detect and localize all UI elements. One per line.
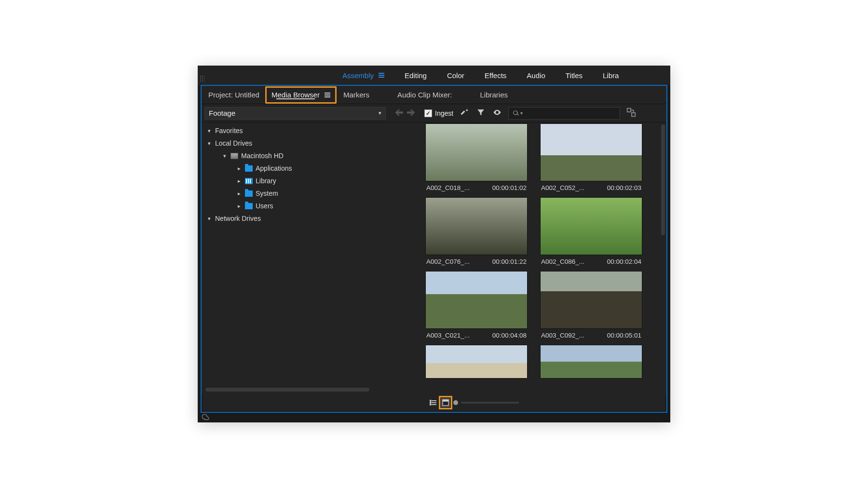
tree-applications[interactable]: ▸ Applications — [202, 162, 423, 175]
clip-item[interactable] — [540, 345, 642, 379]
path-dropdown[interactable]: Footage ▾ — [204, 107, 386, 120]
eye-icon[interactable] — [493, 108, 502, 118]
media-browser-toolbar: Footage ▾ 🡰 🡲 ✓ Ingest ▾ — [202, 104, 666, 122]
tree-library[interactable]: ▸ Library — [202, 175, 423, 187]
folder-icon — [245, 203, 253, 209]
tab-markers[interactable]: Markers — [337, 86, 376, 104]
clip-name: A002_C052_... — [541, 184, 584, 191]
highlight-thumbnail-view — [439, 396, 452, 409]
tree-network-drives[interactable]: ▾ Network Drives — [202, 212, 423, 225]
tree-macintosh-hd[interactable]: ▾ Macintosh HD — [202, 149, 423, 162]
clip-thumbnail[interactable] — [540, 197, 642, 255]
clip-item[interactable]: A002_C086_...00:00:02:04 — [540, 197, 642, 266]
search-icon — [513, 110, 519, 117]
clip-thumbnail[interactable] — [540, 123, 642, 181]
clip-name: A002_C076_... — [426, 258, 470, 265]
clip-timecode: 00:00:02:03 — [607, 184, 641, 191]
thumbnail-view-button[interactable] — [441, 398, 450, 407]
ingest-label: Ingest — [435, 109, 453, 117]
clip-thumbnail[interactable] — [540, 345, 642, 379]
zoom-slider[interactable] — [455, 400, 519, 405]
chevron-down-icon[interactable]: ▾ — [206, 128, 212, 134]
tree-local-drives[interactable]: ▾ Local Drives — [202, 137, 423, 149]
nav-back-button[interactable]: 🡰 — [394, 108, 404, 118]
chevron-down-icon[interactable]: ▾ — [222, 153, 228, 159]
highlight-media-browser: Media Browser — [265, 86, 337, 104]
vertical-scrollbar[interactable] — [661, 124, 665, 393]
clip-item[interactable]: A002_C076_...00:00:01:22 — [425, 197, 528, 266]
workspace-audio[interactable]: Audio — [527, 71, 545, 80]
tab-project[interactable]: Project: Untitled — [202, 86, 266, 104]
workspace-titles[interactable]: Titles — [566, 71, 583, 80]
clip-timecode: 00:00:05:01 — [607, 332, 641, 339]
workspace-editing[interactable]: Editing — [405, 71, 427, 80]
clip-item[interactable]: A002_C052_...00:00:02:03 — [540, 123, 642, 192]
clip-thumbnail[interactable] — [540, 271, 642, 329]
clip-item[interactable]: A003_C021_...00:00:04:08 — [425, 271, 528, 340]
ingest-toggle[interactable]: ✓ Ingest — [424, 109, 453, 117]
svg-rect-4 — [430, 404, 431, 406]
clip-name: A002_C018_... — [426, 184, 470, 191]
clip-timecode: 00:00:01:02 — [492, 184, 527, 191]
link-panel-icon[interactable] — [626, 107, 637, 119]
nav-arrows: 🡰 🡲 — [394, 108, 416, 118]
window-grip[interactable] — [200, 75, 204, 82]
zoom-knob[interactable] — [453, 400, 458, 405]
workspace-assembly[interactable]: Assembly — [342, 71, 384, 80]
folder-icon — [245, 165, 253, 172]
svg-rect-1 — [632, 113, 635, 116]
clip-thumbnail[interactable] — [425, 271, 528, 329]
tree-favorites[interactable]: ▾ Favorites — [202, 124, 423, 137]
workspace-label: Assembly — [342, 71, 374, 80]
folder-icon — [245, 190, 253, 197]
folder-tree: ▾ Favorites ▾ Local Drives ▾ Macintosh H… — [202, 122, 423, 394]
panel-outline: Project: Untitled Media Browser Markers … — [201, 85, 667, 413]
scrollbar-thumb[interactable] — [661, 124, 665, 235]
chevron-down-icon[interactable]: ▾ — [206, 140, 212, 147]
chevron-right-icon[interactable]: ▸ — [236, 190, 242, 197]
clip-item[interactable]: A002_C018_...00:00:01:02 — [425, 123, 528, 192]
ingest-checkbox[interactable]: ✓ — [424, 109, 432, 117]
tab-libraries[interactable]: Libraries — [473, 86, 515, 104]
workspace-effects[interactable]: Effects — [485, 71, 507, 80]
clip-grid: A002_C018_...00:00:01:02 A002_C052_...00… — [423, 122, 666, 380]
svg-rect-0 — [627, 108, 631, 112]
search-input[interactable]: ▾ — [508, 107, 620, 120]
wrench-icon[interactable] — [460, 108, 469, 118]
clip-name: A003_C092_... — [541, 332, 584, 339]
chevron-right-icon[interactable]: ▸ — [236, 165, 242, 172]
filter-icon[interactable] — [476, 108, 485, 118]
svg-rect-7 — [432, 404, 436, 405]
clip-timecode: 00:00:01:22 — [492, 258, 527, 265]
chevron-right-icon[interactable]: ▸ — [236, 203, 242, 209]
nav-forward-button[interactable]: 🡲 — [406, 108, 416, 118]
zoom-track[interactable] — [461, 402, 519, 404]
chevron-right-icon[interactable]: ▸ — [236, 178, 242, 184]
list-view-button[interactable] — [428, 398, 438, 407]
svg-rect-6 — [432, 402, 436, 403]
horizontal-scrollbar[interactable] — [205, 388, 369, 392]
svg-rect-2 — [430, 400, 431, 402]
svg-rect-3 — [430, 402, 431, 404]
clip-timecode: 00:00:04:08 — [492, 332, 527, 339]
tab-media-browser[interactable]: Media Browser — [271, 88, 320, 102]
workspace-color[interactable]: Color — [447, 71, 464, 80]
clip-thumbnail[interactable] — [425, 123, 528, 181]
clip-item[interactable]: A003_C092_...00:00:05:01 — [540, 271, 642, 340]
workspace-libraries[interactable]: Libra — [603, 71, 619, 80]
svg-rect-5 — [432, 400, 436, 401]
chevron-down-icon[interactable]: ▾ — [206, 216, 212, 222]
library-icon — [245, 178, 253, 184]
svg-rect-9 — [443, 400, 448, 401]
clip-thumbnail[interactable] — [425, 345, 528, 379]
tree-users[interactable]: ▸ Users — [202, 200, 423, 212]
creative-cloud-icon — [202, 413, 211, 421]
tree-system[interactable]: ▸ System — [202, 187, 423, 200]
path-label: Footage — [209, 109, 235, 117]
clip-item[interactable] — [425, 345, 528, 379]
workspace-menu-icon[interactable] — [379, 73, 384, 78]
panel-menu-icon[interactable] — [325, 93, 330, 97]
clip-thumbnail[interactable] — [425, 197, 528, 255]
tab-audio-clip-mixer[interactable]: Audio Clip Mixer: — [391, 86, 459, 104]
clip-name: A002_C086_... — [541, 258, 584, 265]
